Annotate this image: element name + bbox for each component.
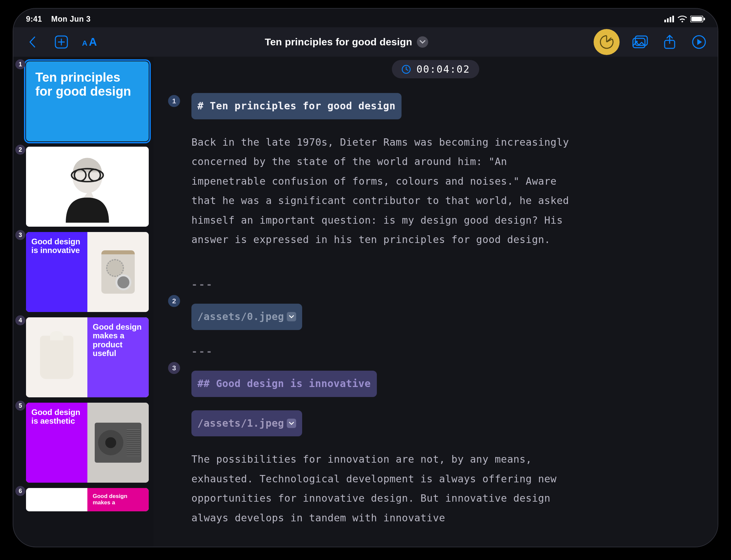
title-dropdown-button[interactable] — [417, 36, 428, 48]
status-time: 9:41 — [26, 15, 42, 23]
svg-rect-2 — [670, 17, 671, 22]
product-juicer-icon — [40, 336, 73, 379]
thumbnail-5[interactable]: 5 Good design is aesthetic — [18, 403, 149, 483]
heading-text: # Ten principles for good design — [197, 96, 396, 116]
images-button[interactable] — [632, 33, 649, 51]
status-right — [664, 16, 705, 22]
svg-text:A: A — [82, 39, 87, 47]
thumbnail-4[interactable]: 4 Good design makes a product useful — [18, 317, 149, 397]
status-time-date: 9:41 Mon Jun 3 — [26, 15, 91, 24]
battery-icon — [690, 16, 705, 22]
section-number: 2 — [168, 295, 180, 307]
thumbnail-title: Good design is aesthetic — [31, 408, 82, 426]
section-number: 3 — [168, 362, 180, 374]
thumbnail-6[interactable]: 6 Good design makes a — [18, 488, 149, 511]
portrait-image — [26, 147, 149, 227]
thumbnail-title: Ten principles for good design — [35, 71, 139, 99]
content-area: 1 Ten principles for good design 2 3 — [13, 57, 718, 547]
document-title: Ten principles for good design — [265, 36, 412, 48]
share-button[interactable] — [661, 33, 678, 51]
timer-value: 00:04:02 — [417, 63, 470, 75]
timer-pill[interactable]: 00:04:02 — [392, 60, 480, 78]
thumbnail-sidebar[interactable]: 1 Ten principles for good design 2 3 — [13, 57, 153, 547]
status-bar: 9:41 Mon Jun 3 — [13, 9, 718, 27]
body-paragraph[interactable]: The possibilities for innovation are not… — [191, 450, 585, 528]
heading-text: ## Good design is innovative — [197, 374, 371, 394]
status-date: Mon Jun 3 — [51, 15, 91, 23]
thumbnail-number: 2 — [15, 145, 25, 155]
toolbar-left: AA — [23, 33, 99, 51]
text-size-button[interactable]: AA — [82, 33, 99, 51]
back-button[interactable] — [23, 33, 41, 51]
chevron-down-icon[interactable] — [287, 419, 296, 428]
asset-path: /assets/1.jpeg — [197, 414, 284, 433]
svg-rect-3 — [672, 16, 674, 22]
svg-rect-11 — [633, 38, 645, 48]
svg-rect-5 — [691, 17, 702, 21]
toolbar-center: Ten principles for good design — [104, 36, 589, 48]
thumbnail-title: Good design makes a — [93, 493, 143, 506]
play-button[interactable] — [690, 33, 708, 51]
wifi-icon — [678, 16, 687, 22]
palette-icon — [599, 34, 614, 50]
horizontal-rule: --- — [191, 342, 704, 362]
svg-rect-10 — [635, 36, 647, 45]
heading-1-pill[interactable]: # Ten principles for good design — [191, 93, 402, 119]
thumbnail-number: 6 — [15, 486, 25, 496]
thumbnail-title: Good design makes a product useful — [93, 323, 143, 358]
toolbar-right — [594, 29, 708, 55]
thumbnail-number: 3 — [15, 230, 25, 240]
thumbnail-number: 4 — [15, 315, 25, 325]
theme-button[interactable] — [594, 29, 620, 55]
product-speaker-icon — [95, 423, 141, 463]
asset-pill[interactable]: /assets/0.jpeg — [191, 304, 302, 330]
asset-pill[interactable]: /assets/1.jpeg — [191, 410, 302, 437]
chevron-down-icon[interactable] — [287, 312, 296, 321]
svg-text:A: A — [89, 36, 97, 48]
thumbnail-number: 5 — [15, 401, 25, 411]
editor-section-1: 1 # Ten principles for good design Back … — [153, 93, 718, 263]
thumbnail-2[interactable]: 2 — [18, 147, 149, 227]
markdown-editor[interactable]: 00:04:02 1 # Ten principles for good des… — [153, 57, 718, 547]
clock-icon — [401, 64, 411, 74]
timer-row: 00:04:02 — [153, 60, 718, 78]
svg-rect-1 — [667, 18, 669, 22]
horizontal-rule: --- — [191, 275, 704, 295]
add-slide-button[interactable] — [53, 33, 70, 51]
heading-2-pill[interactable]: ## Good design is innovative — [191, 371, 377, 397]
section-number: 1 — [168, 95, 180, 107]
thumbnail-3[interactable]: 3 Good design is innovative — [18, 232, 149, 312]
cell-signal-icon — [664, 16, 674, 22]
svg-rect-0 — [664, 20, 666, 22]
thumbnail-title: Good design is innovative — [31, 237, 82, 255]
toolbar: AA Ten principles for good design — [13, 27, 718, 57]
thumbnail-1[interactable]: 1 Ten principles for good design — [18, 61, 149, 141]
product-radio-icon — [101, 250, 135, 294]
thumbnail-number: 1 — [15, 59, 25, 69]
editor-section-3: 3 --- ## Good design is innovative /asse… — [153, 342, 718, 541]
editor-section-2: 2 --- /assets/0.jpeg — [153, 275, 718, 330]
device-frame: 9:41 Mon Jun 3 AA Ten principles for goo… — [13, 8, 718, 547]
body-paragraph[interactable]: Back in the late 1970s, Dieter Rams was … — [191, 133, 585, 250]
svg-rect-6 — [704, 18, 705, 20]
asset-path: /assets/0.jpeg — [197, 307, 284, 327]
